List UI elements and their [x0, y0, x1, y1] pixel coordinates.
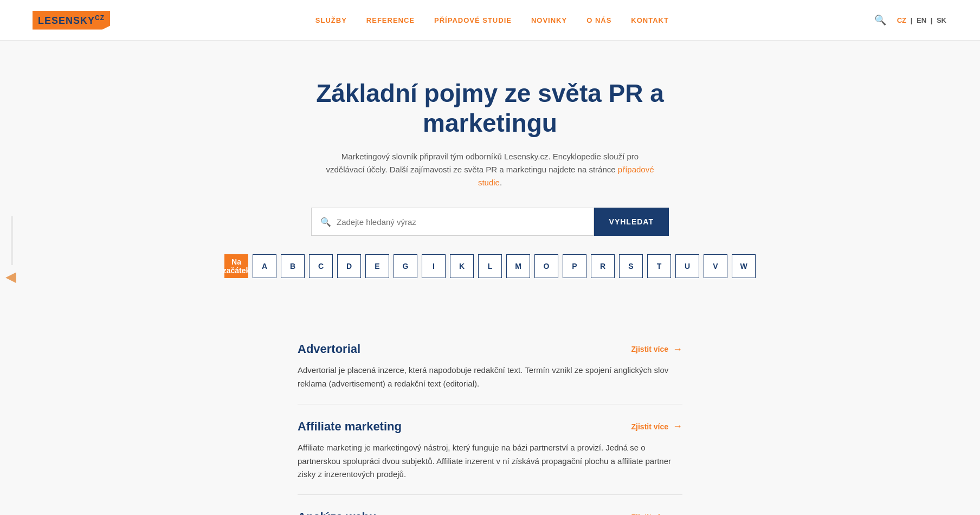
lang-en[interactable]: EN	[917, 16, 926, 24]
search-icon: 🔍	[320, 217, 331, 227]
nav-reference[interactable]: REFERENCE	[366, 16, 415, 24]
term-analyza-webu-title: Analýza webu	[298, 510, 376, 515]
arrow-right-icon-2: →	[673, 421, 682, 432]
alpha-btn-o[interactable]: O	[534, 254, 558, 278]
main-nav: SLUŽBY REFERENCE PŘÍPADOVÉ STUDIE NOVINK…	[315, 16, 669, 24]
nav-pripadove-studie[interactable]: PŘÍPADOVÉ STUDIE	[434, 16, 512, 24]
term-affiliate-title: Affiliate marketing	[298, 420, 402, 434]
term-advertorial-header: Advertorial Zjistit více →	[298, 342, 682, 356]
lang-switcher: CZ | EN | SK	[896, 16, 947, 24]
page-title: Základní pojmy ze světa PR a marketingu	[300, 79, 680, 138]
zjistit-vice-analyza[interactable]: Zjistit více →	[631, 512, 682, 515]
arrow-right-icon: →	[673, 344, 682, 355]
search-button[interactable]: VYHLEDAT	[594, 208, 669, 236]
alpha-btn-g[interactable]: G	[394, 254, 417, 278]
nav-o-nas[interactable]: O NÁS	[586, 16, 611, 24]
terms-list: Advertorial Zjistit více → Advertorial j…	[287, 327, 693, 515]
term-advertorial-desc: Advertorial je placená inzerce, která na…	[298, 364, 682, 391]
search-input[interactable]	[337, 217, 585, 227]
nav-right: 🔍 CZ | EN | SK	[874, 14, 947, 26]
term-analyza-webu: Analýza webu Zjistit více →	[298, 495, 682, 515]
alpha-btn-l[interactable]: L	[478, 254, 502, 278]
hero-section: Základní pojmy ze světa PR a marketingu …	[0, 41, 980, 311]
nav-sluzby[interactable]: SLUŽBY	[315, 16, 347, 24]
alpha-btn-m[interactable]: M	[506, 254, 530, 278]
alpha-btn-r[interactable]: R	[591, 254, 615, 278]
term-analyza-webu-header: Analýza webu Zjistit více →	[298, 510, 682, 515]
term-affiliate-header: Affiliate marketing Zjistit více →	[298, 420, 682, 434]
zjistit-vice-advertorial[interactable]: Zjistit více →	[631, 344, 682, 355]
logo-suffix: CZ	[95, 14, 105, 22]
alpha-btn-a[interactable]: A	[253, 254, 276, 278]
alpha-btn-t[interactable]: T	[647, 254, 671, 278]
term-advertorial: Advertorial Zjistit více → Advertorial j…	[298, 327, 682, 404]
alphabet-nav: Na začátek A B C D E G I K L M O P R S T…	[192, 254, 788, 278]
alpha-btn-w[interactable]: W	[732, 254, 756, 278]
alpha-btn-s[interactable]: S	[619, 254, 643, 278]
alpha-btn-start[interactable]: Na začátek	[224, 254, 248, 278]
term-affiliate: Affiliate marketing Zjistit více → Affil…	[298, 404, 682, 495]
deco-line	[11, 216, 13, 265]
alpha-btn-p[interactable]: P	[563, 254, 586, 278]
term-advertorial-title: Advertorial	[298, 342, 360, 356]
alpha-btn-i[interactable]: I	[422, 254, 446, 278]
alpha-btn-u[interactable]: U	[675, 254, 699, 278]
alpha-btn-v[interactable]: V	[704, 254, 727, 278]
zjistit-vice-label: Zjistit více	[631, 345, 668, 353]
alpha-btn-b[interactable]: B	[281, 254, 305, 278]
nav-novinky[interactable]: NOVINKY	[531, 16, 567, 24]
alpha-btn-e[interactable]: E	[365, 254, 389, 278]
alpha-btn-d[interactable]: D	[337, 254, 361, 278]
logo[interactable]: LESENSKYCZ	[33, 11, 110, 30]
term-affiliate-desc: Affiliate marketing je marketingový nást…	[298, 441, 682, 481]
zjistit-vice-affiliate[interactable]: Zjistit více →	[631, 421, 682, 432]
logo-text: LESENSKY	[38, 15, 95, 26]
lang-sk[interactable]: SK	[937, 16, 946, 24]
alpha-btn-c[interactable]: C	[309, 254, 333, 278]
alpha-btn-k[interactable]: K	[450, 254, 474, 278]
deco-arrow-icon: ◀	[5, 268, 16, 285]
zjistit-vice-label-2: Zjistit více	[631, 422, 668, 431]
search-icon[interactable]: 🔍	[874, 14, 886, 26]
nav-kontakt[interactable]: KONTAKT	[631, 16, 669, 24]
lang-cz[interactable]: CZ	[897, 16, 906, 24]
search-box: 🔍	[311, 208, 594, 236]
deco-left: ◀	[0, 216, 16, 285]
search-bar: 🔍 VYHLEDAT	[311, 208, 669, 236]
hero-description: Marketingový slovník připravil tým odbor…	[322, 150, 658, 189]
arrow-right-icon-3: →	[673, 512, 682, 515]
zjistit-vice-label-3: Zjistit více	[631, 513, 668, 515]
